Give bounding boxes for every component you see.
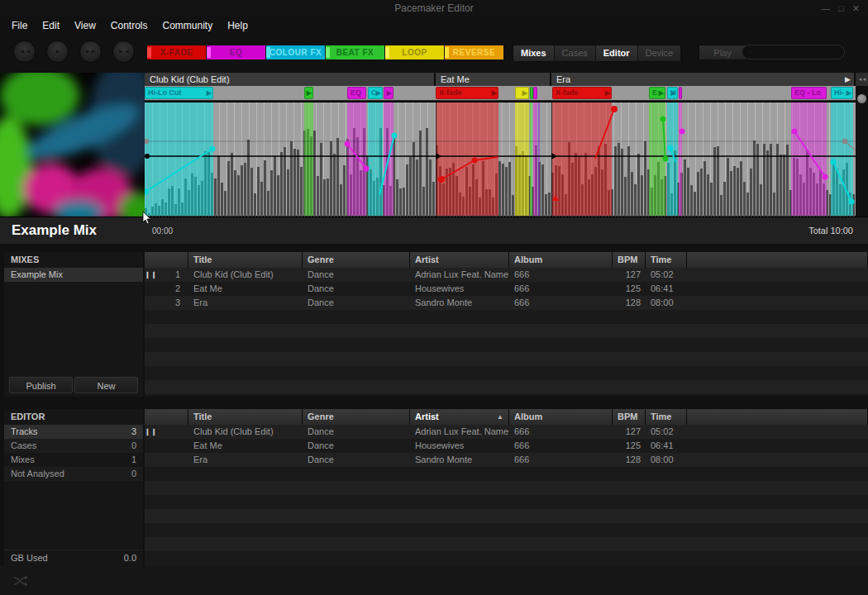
fx-block[interactable] bbox=[533, 87, 537, 99]
column-header-album[interactable]: Album bbox=[509, 409, 613, 425]
search-input[interactable] bbox=[755, 47, 837, 57]
menu-item-community[interactable]: Community bbox=[163, 20, 213, 31]
cell-artist: Adrian Lux Feat. Name t bbox=[410, 425, 509, 439]
track-row[interactable]: EraDanceSandro Monte66612808:00 bbox=[145, 453, 868, 467]
search-box[interactable] bbox=[742, 45, 845, 60]
fx-block-c[interactable]: C▶ bbox=[368, 87, 383, 99]
track-row[interactable]: Eat MeDanceHousewives66612506:41 bbox=[145, 439, 868, 453]
fx-block-e[interactable]: E▶ bbox=[649, 87, 665, 99]
table-header-row: TitleGenreArtistAlbumBPMTime bbox=[145, 252, 868, 268]
cell-title: Eat Me bbox=[188, 282, 303, 296]
tab-cases[interactable]: Cases bbox=[555, 45, 596, 61]
pacemaker-editor-window: Pacemaker Editor —□✕ FileEditViewControl… bbox=[0, 0, 868, 595]
cell-empty bbox=[613, 523, 646, 537]
minimize-button[interactable]: — bbox=[821, 3, 830, 13]
cell-empty bbox=[410, 551, 509, 565]
fx-button-loop[interactable]: LOOP bbox=[385, 45, 444, 60]
cell-empty bbox=[613, 551, 646, 565]
track-row[interactable]: ❙❙Club Kid (Club Edit)DanceAdrian Lux Fe… bbox=[145, 425, 868, 439]
mix-timeline[interactable]: Club Kid (Club Edit)Eat MeEra▶ Hi-Lo Cut… bbox=[145, 73, 856, 217]
fast-forward-button[interactable]: ►► bbox=[79, 40, 102, 63]
menu-item-help[interactable]: Help bbox=[227, 20, 248, 31]
cell-control: ❙❙1 bbox=[145, 268, 188, 282]
fx-block-hi-[interactable]: Hi-▶ bbox=[831, 87, 853, 99]
fx-lane[interactable]: Hi-Lo Cut▶▶EQC▶▶X-fade▶▶X-fade▶E▶H▶EQ - … bbox=[145, 86, 856, 101]
column-header-title[interactable]: Title bbox=[188, 409, 303, 425]
column-header-bpm[interactable]: BPM bbox=[613, 409, 646, 425]
block-arrow-icon: ▶ bbox=[847, 87, 851, 99]
maximize-button[interactable]: □ bbox=[838, 3, 844, 13]
tab-mixes[interactable]: Mixes bbox=[513, 45, 555, 61]
fx-block[interactable]: ▶ bbox=[384, 87, 393, 99]
table-header-row: TitleGenreArtist▲AlbumBPMTime bbox=[145, 409, 868, 425]
mix-list-item[interactable]: Example Mix bbox=[4, 268, 143, 282]
fx-button-eq[interactable]: EQ bbox=[207, 45, 265, 60]
cell-control bbox=[145, 467, 188, 481]
fx-block-eq[interactable]: EQ bbox=[347, 87, 366, 99]
state-blank bbox=[145, 296, 156, 310]
fx-block-hi-lo-cut[interactable]: Hi-Lo Cut▶ bbox=[145, 87, 213, 99]
publish-button[interactable]: Publish bbox=[9, 377, 73, 393]
cell-artist: Housewives bbox=[410, 282, 509, 296]
column-header-genre[interactable]: Genre bbox=[303, 252, 410, 268]
collapse-timeline-button[interactable]: ◄◄ bbox=[856, 73, 868, 86]
fx-notch bbox=[266, 47, 270, 58]
window-controls: —□✕ bbox=[821, 3, 860, 13]
column-header-title[interactable]: Title bbox=[188, 252, 303, 268]
track-row[interactable]: ❙❙1Club Kid (Club Edit)DanceAdrian Lux F… bbox=[145, 268, 868, 282]
shuffle-icon[interactable] bbox=[13, 576, 28, 586]
track-header[interactable]: Era▶ bbox=[551, 73, 856, 86]
fx-block-h[interactable]: H▶ bbox=[667, 87, 678, 99]
track-row[interactable]: 3EraDanceSandro Monte66612808:00 bbox=[145, 296, 868, 310]
close-button[interactable]: ✕ bbox=[852, 3, 860, 13]
track-row[interactable]: 2Eat MeDanceHousewives66612506:41 bbox=[145, 282, 868, 296]
column-header-artist[interactable]: Artist▲ bbox=[410, 409, 509, 425]
cell-album: 666 bbox=[509, 268, 613, 282]
cell-empty bbox=[410, 509, 509, 523]
tab-editor[interactable]: Editor bbox=[596, 45, 638, 61]
column-header-bpm[interactable]: BPM bbox=[613, 252, 646, 268]
fx-button-beat-fx[interactable]: BEAT FX bbox=[326, 45, 384, 60]
timeline-scrollbar-thumb[interactable] bbox=[857, 94, 866, 103]
menu-item-view[interactable]: View bbox=[74, 20, 96, 31]
editor-stat-cases[interactable]: Cases0 bbox=[4, 439, 143, 453]
track-header[interactable]: Eat Me bbox=[436, 73, 551, 86]
tab-device[interactable]: Device bbox=[638, 45, 682, 61]
editor-stat-mixes[interactable]: Mixes1 bbox=[4, 453, 143, 467]
menu-item-file[interactable]: File bbox=[12, 20, 27, 31]
fx-button-x-fade[interactable]: X-FADE bbox=[147, 45, 206, 60]
rewind-button[interactable]: ◄◄ bbox=[13, 40, 36, 63]
play-button[interactable]: ► bbox=[46, 40, 69, 63]
column-header-time[interactable]: Time bbox=[646, 409, 687, 425]
cell-album: 666 bbox=[509, 425, 613, 439]
expand-arrow-icon[interactable]: ▶ bbox=[845, 73, 851, 86]
cell-empty bbox=[646, 324, 687, 338]
empty-row bbox=[145, 523, 868, 537]
fx-block[interactable] bbox=[679, 87, 682, 99]
fx-block-x-fade[interactable]: X-fade▶ bbox=[436, 87, 498, 99]
fx-block-x-fade[interactable]: X-fade▶ bbox=[552, 87, 612, 99]
editor-panel-title: EDITOR bbox=[4, 409, 143, 425]
cell-artist: Housewives bbox=[410, 439, 509, 453]
column-header-album[interactable]: Album bbox=[509, 252, 613, 268]
fx-block[interactable]: ▶ bbox=[515, 87, 529, 99]
cell-control bbox=[145, 453, 188, 467]
waveform-area[interactable] bbox=[145, 102, 856, 217]
menu-item-controls[interactable]: Controls bbox=[111, 20, 148, 31]
play-tab[interactable]: Play bbox=[699, 45, 746, 60]
fx-block-eq-lo[interactable]: EQ - Lo bbox=[791, 87, 827, 99]
cue-button[interactable]: ►◄ bbox=[112, 40, 135, 63]
menu-item-edit[interactable]: Edit bbox=[42, 20, 60, 31]
fx-button-colour-fx[interactable]: COLOUR FX bbox=[266, 45, 325, 60]
row-number: 2 bbox=[156, 282, 188, 296]
column-header-genre[interactable]: Genre bbox=[303, 409, 410, 425]
cell-empty bbox=[188, 537, 303, 551]
column-header-time[interactable]: Time bbox=[646, 252, 687, 268]
editor-stat-tracks[interactable]: Tracks3 bbox=[4, 425, 143, 439]
editor-stat-not-analysed[interactable]: Not Analysed0 bbox=[4, 467, 143, 481]
fx-block[interactable]: ▶ bbox=[304, 87, 313, 99]
column-header-artist[interactable]: Artist bbox=[410, 252, 509, 268]
track-header[interactable]: Club Kid (Club Edit) bbox=[145, 73, 436, 86]
new-button[interactable]: New bbox=[74, 377, 138, 393]
fx-button-reverse[interactable]: REVERSE bbox=[445, 45, 503, 60]
